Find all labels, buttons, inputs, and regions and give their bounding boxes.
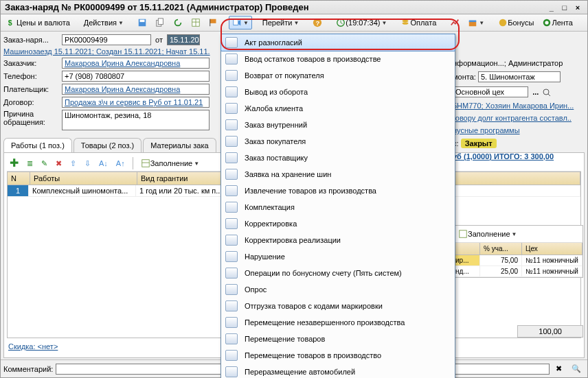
edit-row-icon[interactable]: ✎: [38, 158, 50, 169]
search-icon[interactable]: [543, 88, 551, 97]
document-icon: [225, 54, 238, 64]
menu-item[interactable]: Операции по бонусному счету (Пять систем…: [221, 265, 455, 281]
menu-item[interactable]: Корректировка: [221, 215, 455, 232]
bonus-programs-link[interactable]: нусные программы: [453, 126, 520, 134]
tab-works[interactable]: Работы (1 поз.): [3, 138, 72, 152]
payer-field[interactable]: Макарова Ирина Александровна: [62, 84, 210, 95]
menu-item[interactable]: Перемещение незавершенного производства: [221, 314, 455, 331]
table-row[interactable]: ир... 75,00 №11 ножничный: [452, 255, 583, 266]
svg-text:?: ?: [316, 19, 320, 27]
price-currency-button[interactable]: $ Цены и валюта: [3, 16, 74, 29]
move-down-icon[interactable]: ⇩: [82, 158, 93, 169]
menu-item[interactable]: Заказ покупателя: [221, 133, 455, 150]
svg-rect-27: [460, 231, 467, 238]
tab-goods[interactable]: Товары (2 поз.): [74, 138, 142, 152]
tool-flag-icon[interactable]: [205, 16, 222, 29]
menu-item[interactable]: Опрос: [221, 281, 455, 298]
order-date-field[interactable]: 15.11.20: [167, 34, 200, 45]
montazh-field[interactable]: 5. Шиномонтаж: [478, 71, 561, 82]
time-button[interactable]: (19:07:34)▼: [332, 16, 390, 29]
menu-item-label: Заявка на хранение шин: [245, 170, 331, 178]
customer-field[interactable]: Макарова Ирина Александровна: [62, 58, 210, 69]
status-badge: Закрыт: [461, 139, 497, 148]
row-n: 1: [8, 185, 29, 197]
total-link[interactable]: уб (1,0000) ИТОГО: 3 300,00: [453, 152, 554, 161]
clear-comment-icon[interactable]: ✖: [552, 362, 565, 375]
sort-desc-icon[interactable]: A↑: [113, 158, 128, 168]
reason-field[interactable]: Шиномонтаж, резина, 18: [62, 110, 210, 130]
goto-label: Перейти: [262, 19, 293, 27]
tool-gift-icon[interactable]: ▼: [464, 16, 488, 29]
feed-button[interactable]: Лента: [539, 16, 576, 29]
menu-item[interactable]: Извлечение товаров из производства: [221, 182, 455, 199]
tool-chart-icon[interactable]: [446, 16, 463, 29]
menu-item[interactable]: Ввод остатков товаров в производстве: [221, 51, 455, 67]
help-icon[interactable]: ?: [309, 16, 326, 29]
col-pct[interactable]: % уча...: [480, 243, 522, 255]
goto-button[interactable]: Перейти▼: [259, 16, 303, 29]
machine-entry-link[interactable]: Машинозаезд 15.11.2021; Создан 15.11.202…: [3, 47, 210, 56]
tool-spreadsheet-icon[interactable]: [188, 16, 204, 29]
menu-item-label: Комплектация: [245, 203, 295, 211]
tool-refresh-icon[interactable]: [170, 16, 186, 29]
bonus-button[interactable]: Бонусы: [495, 16, 537, 29]
menu-item[interactable]: Нарушение: [221, 248, 455, 265]
minimize-button[interactable]: _: [546, 3, 557, 12]
contract-field[interactable]: Продажа з\ч и сервис в Руб от 11.01.21: [62, 97, 210, 108]
sort-asc-icon[interactable]: A↓: [96, 158, 111, 168]
menu-item[interactable]: Акт разногласий: [220, 34, 455, 51]
pay-button[interactable]: Оплата: [397, 16, 440, 29]
menu-item[interactable]: Жалоба клиента: [221, 100, 455, 117]
workshop-field[interactable]: Основной цех: [453, 86, 528, 97]
menu-item-label: Заказ поставщику: [245, 154, 308, 162]
add-row-icon[interactable]: ✚: [7, 158, 21, 168]
document-icon: [225, 350, 238, 361]
coins-icon: [400, 18, 410, 27]
menu-item[interactable]: Заказ внутренний: [221, 117, 455, 133]
menu-item[interactable]: Перемещение товаров в производство: [221, 347, 455, 364]
debt-link[interactable]: говору долг контрагента составл..: [453, 114, 572, 122]
menu-item-label: Нарушение: [245, 252, 285, 261]
phone-label: Телефон:: [3, 72, 62, 80]
pay-label: Оплата: [410, 19, 436, 27]
menu-item-label: Переразмещение автомобилей: [245, 368, 355, 376]
order-number-field[interactable]: РК00009499: [62, 34, 151, 45]
fill-button[interactable]: Заполнение▼: [138, 158, 202, 169]
phone-field[interactable]: +7 (908) 7080807: [62, 71, 210, 82]
menu-item[interactable]: Комплектация: [221, 199, 455, 215]
menu-item[interactable]: Переразмещение автомобилей: [221, 364, 455, 378]
table-row[interactable]: нд... 25,00 №11 ножничный: [452, 266, 583, 277]
svg-text:$: $: [8, 19, 12, 27]
col-workshop[interactable]: Цех: [522, 243, 583, 255]
delete-row-icon[interactable]: ✖: [53, 158, 65, 169]
actions-button[interactable]: Действия▼: [80, 16, 127, 29]
fill-right-button[interactable]: Заполнение▼: [455, 227, 520, 241]
menu-item-label: Операции по бонусному счету (Пять систем…: [245, 269, 402, 277]
menu-item[interactable]: Корректировка реализации: [221, 232, 455, 248]
create-based-on-button[interactable]: ▼: [229, 16, 252, 29]
close-button[interactable]: ×: [572, 3, 583, 12]
menu-item[interactable]: Заказ поставщику: [221, 150, 455, 166]
col-work[interactable]: Работы: [30, 172, 137, 185]
tab-materials[interactable]: Материалы зака: [143, 138, 216, 152]
svg-rect-4: [158, 19, 163, 25]
document-icon: [225, 152, 238, 163]
tool-copy-icon[interactable]: [152, 16, 168, 29]
menu-item[interactable]: Заявка на хранение шин: [221, 166, 455, 182]
tool-save-icon[interactable]: [134, 16, 150, 29]
menu-item-label: Перемещение товаров в производство: [245, 351, 381, 359]
car-link[interactable]: 5НМ770; Хозяин Макарова Ирин...: [453, 102, 574, 110]
menu-item[interactable]: Перемещение товаров: [221, 331, 455, 347]
menu-item[interactable]: Отгрузка товаров с кодами маркировки: [221, 298, 455, 314]
insert-row-icon[interactable]: ≣: [24, 158, 36, 169]
maximize-button[interactable]: □: [559, 3, 570, 12]
tool-print-icon[interactable]: [583, 16, 588, 29]
spreadsheet-icon: [458, 229, 468, 239]
svg-point-14: [403, 20, 409, 23]
move-up-icon[interactable]: ⇧: [67, 158, 79, 169]
document-icon: [225, 202, 238, 213]
menu-item[interactable]: Возврат от покупателя: [221, 67, 455, 84]
menu-item[interactable]: Вывод из оборота: [221, 84, 455, 100]
col-n[interactable]: N: [8, 172, 30, 185]
search-comment-icon[interactable]: 🔍: [568, 362, 585, 375]
